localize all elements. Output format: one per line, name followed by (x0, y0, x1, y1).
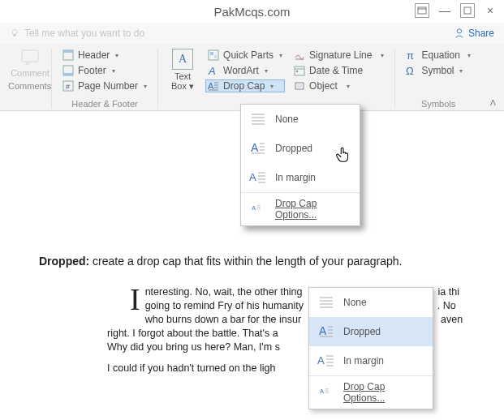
header-footer-group: Header▾ Footer▾ # Page Number▾ Header & … (52, 49, 158, 109)
dropped-label: Dropped (275, 143, 312, 154)
signature-line-button[interactable]: Signature Line▾ (291, 49, 386, 62)
tell-me-input[interactable]: Tell me what you want to do (24, 28, 144, 39)
doc-line-3b: aven (441, 314, 463, 325)
text-box-group: A Text Box ▾ (158, 49, 202, 109)
collapse-ribbon-button[interactable]: ᐱ (490, 98, 496, 107)
explain-label: Dropped: (39, 255, 89, 268)
in-margin-label-2: In margin (343, 355, 384, 366)
svg-text:A: A (208, 65, 216, 76)
symbols-group-label: Symbols (403, 99, 472, 109)
svg-rect-15 (214, 55, 217, 58)
symbols-group: π Equation▾ Ω Symbol▾ Symbols (395, 49, 480, 109)
svg-text:Ω: Ω (406, 65, 414, 76)
dropped-icon: A (249, 140, 267, 156)
svg-text:A: A (317, 354, 325, 366)
footer-icon (62, 65, 74, 76)
svg-text:A: A (252, 205, 256, 211)
symbol-button[interactable]: Ω Symbol▾ (403, 64, 472, 77)
options-label-2: Drop Cap Options... (343, 381, 424, 404)
page-number-label: Page Number (78, 80, 138, 92)
signature-icon (294, 49, 305, 61)
comment-icon (20, 49, 40, 66)
svg-rect-25 (296, 71, 298, 72)
date-time-icon (294, 65, 305, 76)
equation-button[interactable]: π Equation▾ (403, 49, 472, 62)
options-icon: A (249, 204, 267, 215)
doc-line-2a: going to remind Fry of his humanity (145, 300, 304, 311)
doc-line-4a: right. I forgot about the battle. That's… (107, 328, 278, 339)
in-margin-icon: A (249, 169, 267, 186)
share-icon (454, 28, 465, 39)
wordart-label: WordArt (223, 65, 259, 76)
in-margin-icon: A (317, 353, 335, 369)
text-box-icon: A (172, 49, 193, 70)
page-number-button[interactable]: # Page Number▾ (60, 79, 149, 92)
dropped-icon: A (317, 324, 335, 340)
drop-cap-button[interactable]: A Drop Cap▾ (205, 79, 285, 92)
none-label: None (275, 114, 299, 125)
svg-rect-14 (210, 52, 213, 55)
explanation-text: Dropped: create a drop cap that fits wit… (39, 255, 402, 268)
quick-parts-icon (208, 49, 219, 61)
object-button[interactable]: Object▾ (291, 79, 386, 92)
svg-rect-10 (63, 73, 73, 75)
footer-button[interactable]: Footer▾ (60, 64, 149, 77)
date-time-button[interactable]: Date & Time (291, 64, 386, 77)
window-controls: — × (415, 3, 498, 18)
minimize-button[interactable]: — (437, 3, 452, 18)
date-time-label: Date & Time (309, 65, 363, 76)
drop-cap-options-2[interactable]: A Drop Cap Options... (309, 375, 433, 409)
quick-parts-button[interactable]: Quick Parts▾ (205, 49, 285, 62)
header-button[interactable]: Header▾ (60, 49, 149, 62)
title-bar: PakMcqs.com — × (0, 0, 504, 23)
text-group: Quick Parts▾ A WordArt▾ A Drop Cap▾ Sign… (202, 49, 395, 109)
svg-point-5 (457, 29, 461, 33)
ribbon: Comment Comments Header▾ Footer▾ # Page … (0, 44, 504, 111)
drop-cap-options[interactable]: A Drop Cap Options... (241, 192, 360, 225)
drop-cap-menu-2: None A Dropped A In margin A Drop Cap Op… (308, 287, 433, 409)
drop-cap-in-margin[interactable]: A In margin (241, 163, 360, 192)
wordart-button[interactable]: A WordArt▾ (205, 64, 285, 77)
footer-label: Footer (78, 65, 106, 76)
share-label: Share (468, 28, 494, 39)
maximize-button[interactable] (460, 3, 475, 18)
svg-rect-8 (63, 50, 73, 53)
header-icon (62, 49, 74, 61)
doc-line-3a: who burns down a bar for the insur (145, 314, 301, 325)
svg-text:A: A (320, 388, 324, 394)
text-box-label1: Text (174, 71, 191, 81)
hand-cursor-icon (334, 146, 352, 164)
drop-cap-none[interactable]: None (241, 105, 360, 134)
explain-body: create a drop cap that fits within the l… (89, 255, 402, 268)
comment-button[interactable]: Comment (8, 49, 52, 78)
header-label: Header (78, 49, 110, 61)
drop-cap-icon: A (208, 80, 219, 92)
tell-me-bar: Tell me what you want to do Share (0, 23, 504, 44)
drop-cap-in-margin-2[interactable]: A In margin (309, 346, 433, 375)
share-button[interactable]: Share (454, 28, 494, 39)
object-icon (294, 80, 305, 92)
svg-rect-0 (418, 7, 426, 14)
symbol-label: Symbol (421, 65, 454, 76)
text-box-button[interactable]: A Text Box ▾ (166, 49, 199, 92)
close-button[interactable]: × (483, 3, 498, 18)
svg-text:A: A (319, 324, 327, 337)
svg-rect-6 (22, 50, 38, 62)
doc-line-2b: . No (437, 300, 456, 311)
header-footer-group-label: Header & Footer (60, 99, 149, 109)
comments-group-label: Comments (8, 81, 43, 91)
svg-text:A: A (208, 81, 214, 91)
svg-text:π: π (407, 49, 414, 61)
drop-cap-dropped-2[interactable]: A Dropped (309, 317, 433, 346)
drop-cap-label: Drop Cap (223, 80, 265, 92)
drop-cap-none-2[interactable]: None (309, 288, 433, 317)
svg-text:#: # (66, 83, 70, 91)
svg-text:A: A (249, 171, 256, 183)
none-icon (249, 111, 267, 127)
brand-text: PakMcqs.com (213, 5, 290, 19)
page-number-icon: # (62, 80, 74, 92)
ribbon-display-options-button[interactable] (415, 3, 429, 18)
svg-rect-23 (295, 66, 304, 75)
comments-group: Comment Comments (0, 49, 52, 109)
svg-rect-2 (464, 7, 471, 14)
